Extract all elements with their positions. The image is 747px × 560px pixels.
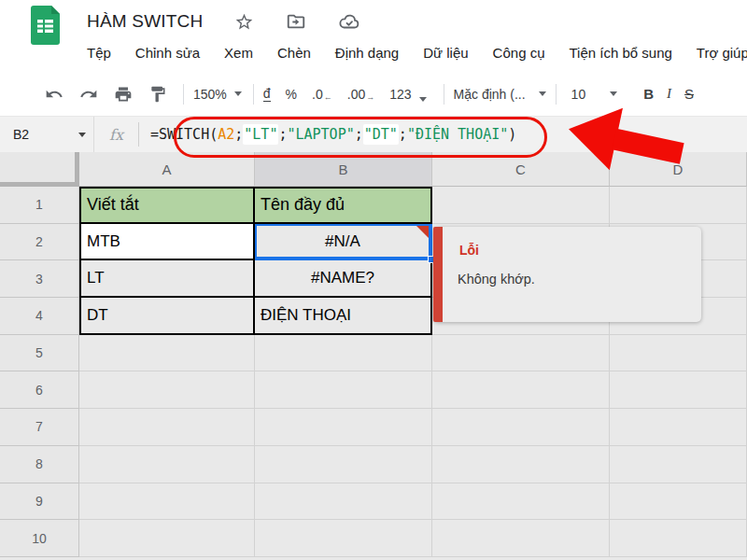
cell-B4[interactable]: ĐIỆN THOẠI bbox=[255, 298, 432, 335]
formula-token: ) bbox=[508, 126, 516, 143]
paint-format-icon[interactable] bbox=[147, 83, 169, 105]
row-header-5[interactable]: 5 bbox=[0, 335, 79, 372]
cell-A5[interactable] bbox=[79, 335, 255, 372]
chevron-down-icon bbox=[539, 91, 546, 96]
cell-B6[interactable] bbox=[255, 371, 432, 409]
decrease-decimal-button[interactable]: .0← bbox=[312, 87, 332, 102]
error-tooltip-title: Lỗi bbox=[459, 243, 479, 258]
formula-bar: B2 fx =SWITCH(A2;"LT";"LAPTOP";"DT";"ĐIỆ… bbox=[0, 116, 747, 152]
cell-A7[interactable] bbox=[79, 409, 255, 446]
grid-corner[interactable] bbox=[0, 152, 79, 187]
cell-value: Tên đầy đủ bbox=[261, 195, 345, 215]
italic-button[interactable]: I bbox=[667, 86, 671, 102]
error-tooltip-bar bbox=[433, 227, 443, 322]
row-header-9[interactable]: 9 bbox=[0, 483, 79, 521]
chevron-down-icon bbox=[78, 133, 86, 137]
cell-value: #NAME? bbox=[311, 269, 374, 287]
cell-B2[interactable]: #N/A bbox=[255, 224, 432, 261]
folder-move-icon[interactable] bbox=[286, 11, 306, 32]
cell-D8[interactable] bbox=[610, 446, 747, 483]
cell-value: #N/A bbox=[325, 232, 360, 251]
increase-decimal-button[interactable]: .00→ bbox=[347, 87, 374, 102]
zoom-select[interactable]: 150% bbox=[193, 87, 242, 102]
cell-B7[interactable] bbox=[255, 409, 432, 446]
cell-A8[interactable] bbox=[79, 446, 255, 483]
formula-token: "DT" bbox=[363, 124, 399, 145]
cell-B5[interactable] bbox=[255, 335, 432, 372]
undo-icon[interactable] bbox=[43, 83, 65, 105]
menu-item-7[interactable]: Công cụ bbox=[493, 45, 545, 61]
column-header-D[interactable]: D bbox=[610, 152, 747, 187]
document-title[interactable]: HÀM SWITCH bbox=[87, 11, 203, 32]
cell-C1[interactable] bbox=[432, 187, 610, 224]
cell-B3[interactable]: #NAME? bbox=[255, 260, 432, 298]
percent-format-button[interactable]: % bbox=[286, 87, 297, 102]
cell-A3[interactable]: LT bbox=[79, 260, 255, 298]
row-header-8[interactable]: 8 bbox=[0, 446, 79, 483]
row-header-10[interactable]: 10 bbox=[0, 520, 79, 557]
cell-C5[interactable] bbox=[432, 335, 610, 372]
cell-C9[interactable] bbox=[432, 483, 610, 521]
menu-item-8[interactable]: Tiện ích bổ sung bbox=[569, 45, 671, 61]
star-icon[interactable] bbox=[234, 12, 254, 32]
menu-item-5[interactable]: Định dạng bbox=[335, 45, 399, 61]
cell-A9[interactable] bbox=[79, 483, 255, 521]
row-header-7[interactable]: 7 bbox=[0, 409, 79, 446]
column-header-B[interactable]: B bbox=[255, 152, 432, 187]
bold-button[interactable]: B bbox=[643, 86, 654, 102]
strikethrough-button[interactable]: S bbox=[684, 86, 694, 102]
font-family-select[interactable]: Mặc định (... bbox=[454, 87, 546, 102]
cell-B9[interactable] bbox=[255, 483, 432, 521]
column-header-C[interactable]: C bbox=[432, 152, 610, 187]
name-box[interactable]: B2 bbox=[0, 127, 93, 142]
cell-A2[interactable]: MTB bbox=[79, 224, 255, 261]
cell-C8[interactable] bbox=[432, 446, 610, 483]
cell-D9[interactable] bbox=[610, 483, 747, 521]
cell-D10[interactable] bbox=[610, 520, 747, 557]
menu-item-1[interactable]: Tệp bbox=[87, 45, 111, 61]
number-format-button[interactable]: 123 bbox=[389, 87, 426, 102]
cell-C10[interactable] bbox=[432, 520, 610, 557]
currency-format-button[interactable]: đ bbox=[263, 87, 271, 102]
cell-value: ĐIỆN THOẠI bbox=[261, 306, 351, 325]
cell-D5[interactable] bbox=[610, 335, 747, 372]
error-tooltip: Lỗi Không khớp. bbox=[433, 227, 701, 322]
menu-item-2[interactable]: Chỉnh sửa bbox=[135, 45, 200, 61]
cell-D7[interactable] bbox=[610, 409, 747, 446]
column-header-A[interactable]: A bbox=[79, 152, 255, 187]
error-corner-icon bbox=[416, 226, 429, 238]
cell-C7[interactable] bbox=[432, 409, 610, 446]
row-header-2[interactable]: 2 bbox=[0, 224, 79, 261]
cell-B10[interactable] bbox=[255, 520, 432, 557]
cell-A4[interactable]: DT bbox=[79, 298, 255, 335]
redo-icon[interactable] bbox=[78, 83, 100, 105]
print-icon[interactable] bbox=[112, 83, 134, 105]
fx-icon: fx bbox=[94, 126, 138, 144]
menu-item-3[interactable]: Xem bbox=[224, 45, 253, 61]
cell-B8[interactable] bbox=[255, 446, 432, 483]
zoom-value: 150% bbox=[193, 87, 227, 102]
cell-A10[interactable] bbox=[79, 520, 255, 557]
font-size-select[interactable]: 10 bbox=[571, 87, 618, 102]
formula-input[interactable]: =SWITCH(A2;"LT";"LAPTOP";"DT";"ĐIỆN THOẠ… bbox=[150, 126, 516, 143]
row-header-6[interactable]: 6 bbox=[0, 371, 79, 409]
sheets-logo-icon[interactable] bbox=[31, 6, 60, 45]
menu-item-4[interactable]: Chèn bbox=[277, 45, 311, 61]
toolbar-divider bbox=[253, 84, 254, 105]
row-header-3[interactable]: 3 bbox=[0, 260, 79, 298]
row-header-4[interactable]: 4 bbox=[0, 298, 79, 335]
row-header-1[interactable]: 1 bbox=[0, 187, 79, 224]
cell-B1[interactable]: Tên đầy đủ bbox=[255, 187, 432, 224]
chevron-down-icon bbox=[234, 91, 242, 96]
cloud-check-icon[interactable] bbox=[338, 10, 360, 33]
cell-A6[interactable] bbox=[79, 371, 255, 409]
cell-D6[interactable] bbox=[610, 371, 747, 409]
cell-value: Viết tắt bbox=[87, 195, 139, 215]
menu-item-6[interactable]: Dữ liệu bbox=[423, 45, 468, 61]
cell-C6[interactable] bbox=[432, 371, 610, 409]
menu-item-9[interactable]: Trợ giúp bbox=[697, 45, 747, 61]
formula-token: "LT" bbox=[243, 124, 278, 145]
formula-token: A2 bbox=[218, 126, 234, 143]
cell-A1[interactable]: Viết tắt bbox=[79, 187, 255, 224]
cell-D1[interactable] bbox=[610, 187, 747, 224]
